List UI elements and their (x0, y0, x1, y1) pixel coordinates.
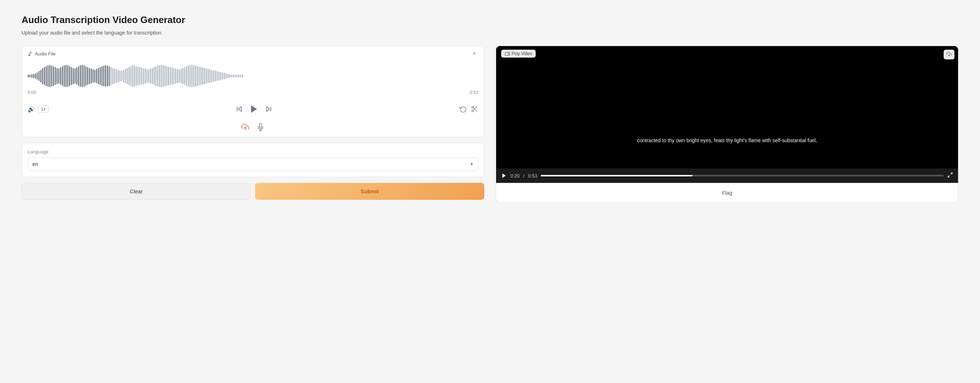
time-end: 0:53 (470, 90, 478, 95)
video-progress-fill (541, 175, 692, 176)
video-separator: / (523, 173, 525, 179)
fullscreen-icon (947, 172, 953, 178)
svg-marker-15 (502, 174, 506, 178)
skip-forward-icon (265, 105, 272, 113)
audio-controls-row: 🔊 1x (22, 101, 484, 120)
skip-forward-button[interactable] (265, 105, 272, 113)
audio-label-text: Audio File (35, 51, 56, 56)
video-subtitle: contracted to thy own bright eyes, feats… (496, 137, 958, 143)
upload-button[interactable] (242, 123, 249, 131)
flag-card: Flag (496, 183, 958, 203)
svg-point-6 (472, 110, 474, 112)
video-area: contracted to thy own bright eyes, feats… (496, 46, 958, 168)
scissors-button[interactable] (471, 105, 478, 113)
svg-marker-2 (251, 105, 257, 113)
play-video-label: Play Video (501, 49, 536, 57)
scissors-icon (471, 105, 478, 113)
action-buttons-row: Clear Submit (22, 183, 484, 200)
video-total-time: 0:53 (528, 173, 537, 179)
download-icon (947, 51, 951, 56)
audio-file-label: Audio File (28, 51, 56, 56)
video-progress-bar[interactable] (541, 175, 943, 176)
music-icon (28, 51, 33, 56)
time-start: 0:00 (28, 90, 36, 95)
language-card: Language en es fr de it pt zh ja ko ar ▼ (22, 143, 484, 177)
rotate-left-icon (460, 105, 467, 113)
fullscreen-button[interactable] (947, 172, 953, 179)
audio-card: Audio File × 0:00 0:53 🔊 1x (22, 46, 484, 137)
page-subtitle: Upload your audio file and select the la… (22, 30, 958, 36)
flag-button[interactable]: Flag (722, 190, 732, 196)
page-title: Audio Transcription Video Generator (22, 14, 958, 26)
svg-line-9 (473, 108, 474, 109)
video-card: Play Video contracted to thy own bright … (496, 46, 958, 183)
language-label: Language (28, 149, 478, 155)
video-header: Play Video (496, 46, 541, 61)
svg-marker-3 (267, 107, 270, 111)
download-video-button[interactable] (943, 49, 955, 59)
speed-badge[interactable]: 1x (38, 105, 49, 113)
upload-row (22, 120, 484, 137)
video-controls-bar: 0:20 / 0:53 (496, 168, 958, 183)
svg-line-8 (475, 110, 477, 112)
clear-button[interactable]: Clear (22, 183, 251, 200)
close-audio-button[interactable]: × (471, 49, 478, 57)
skip-back-icon (235, 105, 243, 113)
language-select[interactable]: en es fr de it pt zh ja ko ar (28, 157, 478, 171)
svg-marker-0 (239, 107, 242, 111)
video-camera-icon (505, 51, 510, 56)
video-play-icon (501, 173, 507, 179)
mic-icon (256, 123, 264, 131)
left-panel: Audio File × 0:00 0:53 🔊 1x (22, 46, 484, 200)
video-current-time: 0:20 (511, 173, 520, 179)
video-play-button[interactable] (501, 173, 507, 179)
waveform (28, 63, 478, 89)
waveform-container: 0:00 0:53 (22, 57, 484, 101)
svg-line-17 (948, 175, 950, 177)
submit-button[interactable]: Submit (255, 183, 484, 200)
language-select-wrapper: en es fr de it pt zh ja ko ar ▼ (28, 157, 478, 171)
skip-back-button[interactable] (235, 105, 243, 113)
rotate-left-button[interactable] (460, 105, 467, 113)
upload-icon (242, 123, 249, 131)
volume-icon: 🔊 (28, 106, 35, 113)
svg-rect-13 (505, 53, 508, 56)
mic-button[interactable] (256, 123, 264, 131)
svg-line-16 (950, 173, 952, 175)
play-button[interactable] (247, 102, 261, 116)
play-icon (249, 104, 259, 114)
svg-point-5 (472, 107, 474, 109)
play-video-text: Play Video (512, 51, 532, 56)
right-panel: Play Video contracted to thy own bright … (496, 46, 958, 203)
